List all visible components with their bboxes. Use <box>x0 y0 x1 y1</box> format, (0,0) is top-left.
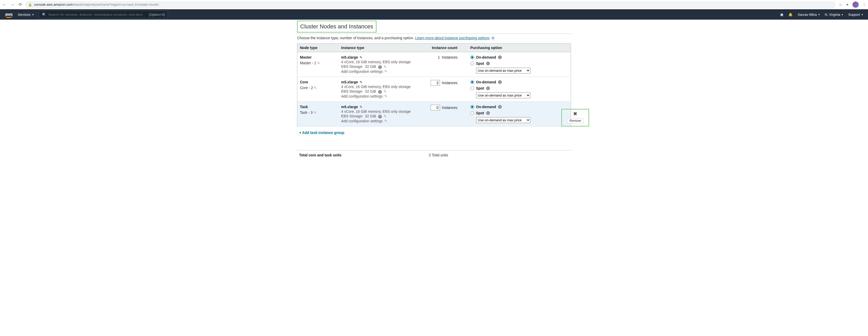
ebs-label: EBS Storage: <box>341 89 363 93</box>
node-name: Master <box>300 55 336 59</box>
aws-logo[interactable]: aws <box>5 12 13 17</box>
ebs-label: EBS Storage: <box>341 65 363 69</box>
aws-top-nav: aws Services 🔍 [Option+S] ▣ 🔔 Saurav Mit… <box>0 9 868 20</box>
instance-type: m5.xlarge <box>341 105 358 109</box>
add-config-link[interactable]: Add configuration settings <box>341 94 383 98</box>
browser-toolbar: ← → ⟳ 🔒 console.aws.amazon.com/elasticma… <box>0 0 868 9</box>
pencil-icon[interactable]: ✎ <box>360 105 363 109</box>
user-label: Saurav Mitra <box>798 13 817 16</box>
instance-count-unit: Instances <box>442 81 458 85</box>
pencil-icon[interactable]: ✎ <box>317 61 320 65</box>
on-demand-radio[interactable]: On-demand i <box>470 105 561 109</box>
instance-type: m5.xlarge <box>341 55 358 59</box>
pencil-icon[interactable]: ✎ <box>384 119 387 123</box>
external-link-icon: ⧉ <box>492 36 494 40</box>
info-icon[interactable]: i <box>486 111 490 115</box>
instance-count-input[interactable] <box>431 105 440 110</box>
services-label: Services <box>18 13 31 16</box>
col-instance-type: Instance type <box>339 44 427 52</box>
forward-icon[interactable]: → <box>10 2 14 7</box>
pencil-icon[interactable]: ✎ <box>383 65 386 69</box>
totals-divider <box>297 150 571 150</box>
col-purchasing-option: Purchasing option <box>468 44 563 52</box>
col-node-type: Node type <box>297 44 339 52</box>
node-sub-label: Core - 2 <box>300 86 313 90</box>
profile-avatar[interactable] <box>852 2 859 8</box>
kebab-menu-icon[interactable]: ⋮ <box>862 3 866 7</box>
pencil-icon[interactable]: ✎ <box>360 56 363 59</box>
section-description: Choose the instance type, number of inst… <box>297 36 571 40</box>
info-icon[interactable]: i <box>378 90 382 94</box>
totals-value: 2 Total units <box>429 153 448 157</box>
info-icon[interactable]: i <box>486 62 490 65</box>
node-sub-label: Task - 3 <box>300 110 313 114</box>
cloudshell-icon[interactable]: ▣ <box>780 13 783 16</box>
instance-specs: 4 vCore, 16 GiB memory, EBS only storage <box>341 85 424 89</box>
support-label: Support <box>848 13 860 16</box>
info-icon[interactable]: i <box>498 105 502 109</box>
pencil-icon[interactable]: ✎ <box>383 90 386 93</box>
remove-tooltip: Remove <box>567 118 583 123</box>
pencil-icon[interactable]: ✎ <box>383 114 386 118</box>
instance-count-unit: Instances <box>442 106 458 110</box>
ebs-label: EBS Storage: <box>341 114 363 118</box>
spot-radio[interactable]: Spot i <box>470 111 561 115</box>
remove-highlight: ✖ Remove <box>561 109 589 127</box>
col-remove <box>563 44 571 52</box>
search-shortcut: [Option+S] <box>149 13 165 16</box>
region-label: N. Virginia <box>825 13 840 16</box>
services-menu[interactable]: Services <box>18 13 34 16</box>
cluster-nodes-table: Node type Instance type Instance count P… <box>297 43 571 127</box>
close-icon[interactable]: ✖ <box>573 111 577 116</box>
node-name: Core <box>300 80 336 84</box>
instance-count-value: 1 <box>431 55 440 59</box>
totals-label: Total core and task units <box>297 153 429 157</box>
star-icon[interactable]: ☆ <box>839 3 842 7</box>
add-config-link[interactable]: Add configuration settings <box>341 119 383 123</box>
pencil-icon[interactable]: ✎ <box>360 80 363 84</box>
reload-icon[interactable]: ⟳ <box>19 2 22 7</box>
pencil-icon[interactable]: ✎ <box>384 69 387 73</box>
instance-count-input[interactable] <box>431 80 440 86</box>
info-icon[interactable]: i <box>498 80 502 84</box>
add-config-link[interactable]: Add configuration settings <box>341 69 383 73</box>
ebs-value: 32 GiB <box>365 114 376 118</box>
url-path: /elasticmapreduce/home?region=us-east-1#… <box>73 3 160 6</box>
table-row-core: Core Core - 2 ✎ m5.xlarge ✎ 4 vCore, 16 … <box>297 77 571 102</box>
instance-specs: 4 vCore, 16 GiB memory, EBS only storage <box>341 60 424 64</box>
info-icon[interactable]: i <box>498 56 502 59</box>
info-icon[interactable]: i <box>378 65 382 69</box>
spot-price-select[interactable]: Use on-demand as max price <box>476 117 530 123</box>
extensions-icon[interactable]: ✦ <box>846 3 849 7</box>
region-menu[interactable]: N. Virginia <box>825 13 843 16</box>
notifications-icon[interactable]: 🔔 <box>788 13 793 16</box>
url-host: console.aws.amazon.com <box>34 3 73 6</box>
table-row-master: Master Master - 1 ✎ m5.xlarge ✎ 4 vCore,… <box>297 52 571 77</box>
instance-specs: 4 vCore, 16 GiB memory, EBS only storage <box>341 109 424 113</box>
spot-radio[interactable]: Spot i <box>470 61 561 66</box>
global-search[interactable]: 🔍 [Option+S] <box>39 10 168 18</box>
add-task-instance-group-link[interactable]: + Add task instance group <box>299 131 344 135</box>
section-title: Cluster Nodes and Instances <box>297 21 376 33</box>
pencil-icon[interactable]: ✎ <box>384 94 387 98</box>
account-menu[interactable]: Saurav Mitra <box>798 13 820 16</box>
on-demand-radio[interactable]: On-demand i <box>470 80 561 84</box>
on-demand-radio[interactable]: On-demand i <box>470 55 561 59</box>
node-sub-label: Master - 1 <box>300 61 316 65</box>
pencil-icon[interactable]: ✎ <box>314 86 317 90</box>
address-bar[interactable]: 🔒 console.aws.amazon.com/elasticmapreduc… <box>25 1 836 8</box>
table-row-task: Task Task - 3 ✎ m5.xlarge ✎ 4 vCore, 16 … <box>297 102 571 127</box>
node-name: Task <box>300 105 336 109</box>
spot-radio[interactable]: Spot i <box>470 86 561 90</box>
spot-price-select[interactable]: Use on-demand as max price <box>476 68 530 73</box>
back-icon[interactable]: ← <box>2 2 6 7</box>
spot-price-select[interactable]: Use on-demand as max price <box>476 92 530 98</box>
search-input[interactable] <box>48 13 147 16</box>
info-icon[interactable]: i <box>378 115 382 119</box>
learn-more-link[interactable]: Learn more about instance purchasing opt… <box>415 36 490 40</box>
support-menu[interactable]: Support <box>848 13 863 16</box>
ebs-value: 32 GiB <box>365 65 376 69</box>
pencil-icon[interactable]: ✎ <box>314 111 316 114</box>
instance-count-unit: Instances <box>442 55 458 59</box>
info-icon[interactable]: i <box>486 87 490 90</box>
